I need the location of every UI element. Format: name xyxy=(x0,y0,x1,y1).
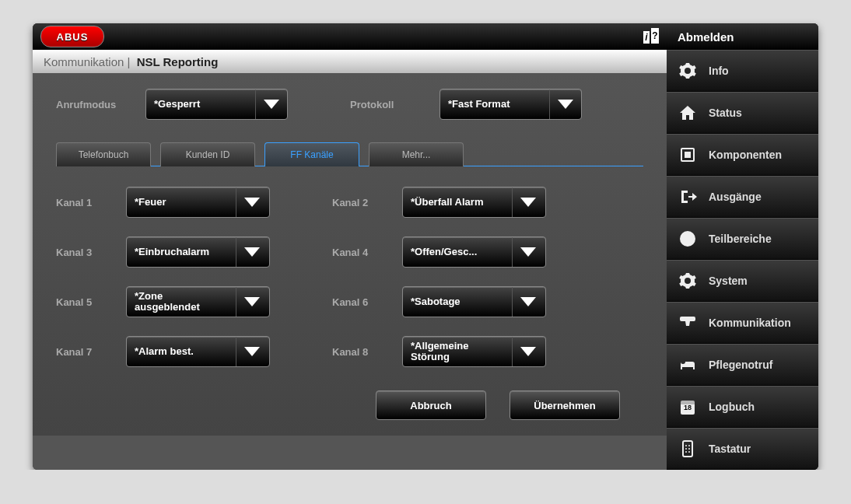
kanal7-dropdown[interactable]: *Alarm best. xyxy=(126,336,270,367)
content-area: Anrufmodus *Gesperrt Protokoll *Fast For… xyxy=(33,73,667,436)
sidebar: Abmelden Info Status Komponenten Ausgäng… xyxy=(667,23,818,470)
square-icon xyxy=(678,145,698,165)
kanal1-label: Kanal 1 xyxy=(56,197,126,208)
sidebar-item-kommunikation[interactable]: Kommunikation xyxy=(667,302,818,344)
kanal5-dropdown[interactable]: *Zone ausgeblendet xyxy=(126,286,270,317)
chevron-down-icon xyxy=(512,237,544,267)
kanal6-dropdown[interactable]: *Sabotage xyxy=(402,286,546,317)
sidebar-item-komponenten[interactable]: Komponenten xyxy=(667,134,818,176)
tabs: Telefonbuch Kunden ID FF Kanäle Mehr... xyxy=(56,142,643,166)
sidebar-item-label: Info xyxy=(709,65,729,77)
keypad-icon xyxy=(678,439,698,459)
sidebar-item-status[interactable]: Status xyxy=(667,92,818,134)
anrufmodus-value: *Gesperrt xyxy=(146,89,255,119)
chevron-down-icon xyxy=(549,89,581,119)
svg-point-8 xyxy=(688,448,690,450)
kanal4-label: Kanal 4 xyxy=(332,247,402,258)
sidebar-item-system[interactable]: System xyxy=(667,260,818,302)
anrufmodus-label: Anrufmodus xyxy=(56,99,130,110)
svg-point-6 xyxy=(688,445,690,446)
sidebar-item-label: Komponenten xyxy=(709,149,782,161)
sidebar-item-pflegenotruf[interactable]: Pflegenotruf xyxy=(667,344,818,386)
pie-icon xyxy=(678,229,698,249)
logout-link[interactable]: Abmelden xyxy=(667,23,818,50)
kanal4-dropdown[interactable]: *Offen/Gesc... xyxy=(402,236,546,268)
tab-mehr[interactable]: Mehr... xyxy=(369,142,464,166)
svg-point-10 xyxy=(688,451,690,453)
kanal1-dropdown[interactable]: *Feuer xyxy=(126,187,270,218)
sidebar-item-tastatur[interactable]: Tastatur xyxy=(667,428,818,470)
svg-point-9 xyxy=(685,451,687,453)
home-icon xyxy=(678,103,698,123)
sidebar-item-label: Tastatur xyxy=(709,443,751,455)
tab-telefonbuch[interactable]: Telefonbuch xyxy=(56,142,151,166)
kanal8-label: Kanal 8 xyxy=(332,346,402,358)
chevron-down-icon xyxy=(236,187,268,217)
chevron-down-icon xyxy=(236,337,268,366)
kanal3-dropdown[interactable]: *Einbruchalarm xyxy=(126,236,270,268)
kanal2-label: Kanal 2 xyxy=(332,197,402,208)
svg-point-7 xyxy=(685,448,687,450)
tab-ff-kanaele[interactable]: FF Kanäle xyxy=(264,142,359,166)
kanal4-value: *Offen/Gesc... xyxy=(403,237,512,267)
breadcrumb-current: NSL Reporting xyxy=(137,55,219,68)
sidebar-item-ausgaenge[interactable]: Ausgänge xyxy=(667,176,818,218)
chevron-down-icon xyxy=(512,287,544,317)
main-column: ABUS i? Kommunikation | NSL Reporting An… xyxy=(33,23,667,470)
protokoll-label: Protokoll xyxy=(350,99,424,110)
tab-kunden-id[interactable]: Kunden ID xyxy=(160,142,255,166)
app-frame: ABUS i? Kommunikation | NSL Reporting An… xyxy=(33,23,818,470)
kanal6-value: *Sabotage xyxy=(403,287,512,317)
sidebar-item-label: Pflegenotruf xyxy=(709,359,772,371)
cancel-button[interactable]: Abbruch xyxy=(376,390,486,420)
kanal5-label: Kanal 5 xyxy=(56,296,126,308)
kanal7-label: Kanal 7 xyxy=(56,346,126,358)
bed-icon xyxy=(678,355,698,375)
kanal3-value: *Einbruchalarm xyxy=(127,237,236,267)
sidebar-item-label: System xyxy=(709,275,748,287)
brand-logo: ABUS xyxy=(40,26,104,47)
gears-icon xyxy=(678,271,698,291)
kanal3-label: Kanal 3 xyxy=(56,247,126,258)
sidebar-item-label: Ausgänge xyxy=(709,191,762,203)
action-row: Abbruch Übernehmen xyxy=(56,390,643,420)
kanal8-dropdown[interactable]: *Allgemeine Störung xyxy=(402,336,546,367)
sidebar-item-label: Teilbereiche xyxy=(709,233,772,245)
sidebar-item-label: Kommunikation xyxy=(709,317,791,329)
anrufmodus-dropdown[interactable]: *Gesperrt xyxy=(145,89,288,120)
kanal8-value: *Allgemeine Störung xyxy=(403,337,512,366)
svg-point-5 xyxy=(685,445,687,446)
sidebar-item-label: Logbuch xyxy=(709,401,755,413)
gears-icon xyxy=(678,61,698,81)
apply-button[interactable]: Übernehmen xyxy=(510,390,620,420)
sidebar-item-logbuch[interactable]: 18 Logbuch xyxy=(667,386,818,428)
kanal1-value: *Feuer xyxy=(127,187,236,217)
chevron-down-icon xyxy=(255,89,287,119)
protokoll-dropdown[interactable]: *Fast Format xyxy=(440,89,582,120)
chevron-down-icon xyxy=(236,287,268,317)
sidebar-item-teilbereiche[interactable]: Teilbereiche xyxy=(667,218,818,260)
svg-rect-4 xyxy=(683,441,692,457)
titlebar: ABUS i? xyxy=(33,23,667,50)
phone-icon xyxy=(678,313,698,333)
chevron-down-icon xyxy=(236,237,268,267)
svg-rect-1 xyxy=(685,152,691,158)
kanal7-value: *Alarm best. xyxy=(127,337,236,366)
channels-grid: Kanal 1 *Feuer Kanal 2 *Überfall Alarm K… xyxy=(56,187,643,367)
sidebar-item-label: Status xyxy=(709,107,742,119)
calendar-day: 18 xyxy=(678,404,698,411)
kanal2-dropdown[interactable]: *Überfall Alarm xyxy=(402,187,546,218)
kanal5-value: *Zone ausgeblendet xyxy=(127,287,236,317)
calendar-icon: 18 xyxy=(678,397,698,417)
breadcrumb-sep: | xyxy=(128,55,131,68)
sidebar-item-info[interactable]: Info xyxy=(667,50,818,92)
exit-arrow-icon xyxy=(678,187,698,207)
chevron-down-icon xyxy=(512,187,544,217)
help-icon[interactable]: i? xyxy=(643,28,659,44)
breadcrumb: Kommunikation | NSL Reporting xyxy=(33,50,667,73)
kanal6-label: Kanal 6 xyxy=(332,296,402,308)
protokoll-value: *Fast Format xyxy=(440,89,549,119)
breadcrumb-parent: Kommunikation xyxy=(44,55,124,68)
chevron-down-icon xyxy=(512,337,544,366)
kanal2-value: *Überfall Alarm xyxy=(403,187,512,217)
